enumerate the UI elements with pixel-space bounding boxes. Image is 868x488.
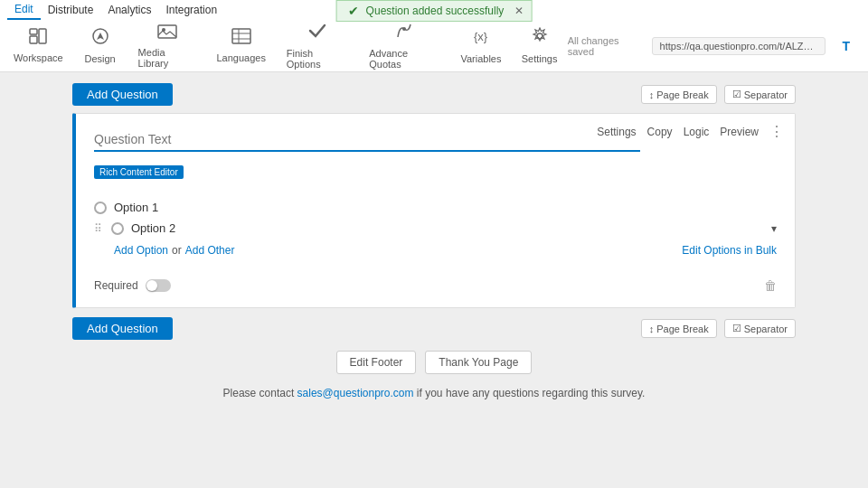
languages-icon [231,28,251,49]
toolbar-design[interactable]: Design [73,23,127,68]
toolbar-languages-label: Languages [216,52,265,63]
bottom-add-question-button[interactable]: Add Question [72,317,173,340]
separator-label: Separator [744,89,788,100]
advance-quotas-icon [395,22,413,44]
add-option-row: Add Option or Add Other Edit Options in … [94,239,777,258]
bottom-add-question-bar: Add Question ↕ Page Break ☑ Separator [72,317,796,340]
top-add-question-button[interactable]: Add Question [72,83,173,106]
toolbar-media-label: Media Library [138,47,196,69]
close-banner-button[interactable]: ✕ [514,5,524,17]
toggle-knob [146,280,157,291]
nav-distribute[interactable]: Distribute [41,0,101,20]
nav-edit[interactable]: Edit [7,0,41,20]
drag-handle-icon[interactable]: ⠿ [94,222,102,235]
top-page-break-button[interactable]: ↕ Page Break [641,85,717,104]
media-library-icon [157,23,177,43]
option-2-radio[interactable] [111,222,124,235]
nav-integration[interactable]: Integration [158,0,224,20]
rich-content-button[interactable]: Rich Content Editor [94,165,184,179]
card-actions: Settings Copy Logic Preview ⋮ [597,123,784,140]
option-row-1: Option 1 [94,197,777,218]
required-label: Required [94,279,138,292]
bottom-separator-button[interactable]: ☑ Separator [724,319,796,338]
add-option-link[interactable]: Add Option [114,244,168,257]
variables-icon: {x} [472,27,490,50]
footer-buttons: Edit Footer Thank You Page [72,351,796,374]
save-status: All changes saved [568,35,643,57]
workspace-icon [29,28,47,49]
question-card: Settings Copy Logic Preview ⋮ Rich Conte… [72,113,796,308]
bottom-separator-checkbox-icon: ☑ [732,323,741,334]
contact-suffix: if you have any questions regarding this… [414,387,646,399]
bottom-page-break-label: Page Break [656,324,708,334]
top-separator-button[interactable]: ☑ Separator [724,85,796,104]
edit-footer-button[interactable]: Edit Footer [336,351,417,374]
contact-text: Please contact [223,387,297,399]
check-icon: ✔ [348,4,359,18]
option-2-text[interactable]: Option 2 [131,221,764,235]
toolbar-right: All changes saved https://qa.questionpro… [568,35,864,57]
survey-url[interactable]: https://qa.questionpro.com/t/ALZdUPN [652,37,826,55]
main-content: Add Question ↕ Page Break ☑ Separator Se… [0,72,868,488]
page-break-label: Page Break [656,89,708,100]
settings-icon [531,27,549,50]
svg-rect-2 [39,29,46,43]
toolbar-workspace-label: Workspace [14,52,63,63]
svg-rect-6 [232,29,250,43]
edit-bulk-link[interactable]: Edit Options in Bulk [682,244,777,257]
success-banner: ✔ Question added successfully ✕ [336,0,533,22]
or-text: or [172,244,182,257]
design-icon [91,27,109,50]
toolbar-languages[interactable]: Languages [207,24,276,67]
thank-you-page-button[interactable]: Thank You Page [425,351,532,374]
finish-options-icon [308,22,326,44]
separator-checkbox-icon: ☑ [732,89,741,100]
nav-analytics[interactable]: Analytics [100,0,158,20]
toolbar-settings-label: Settings [522,53,558,64]
bottom-page-break-icon: ↕ [649,324,655,334]
bottom-separator-label: Separator [744,324,788,334]
toolbar-quotas-label: Advance Quotas [369,48,439,70]
toolbar-finish-options[interactable]: Finish Options [276,18,358,73]
svg-rect-0 [30,29,37,34]
required-toggle[interactable] [146,279,171,292]
top-bar-actions: ↕ Page Break ☑ Separator [641,85,796,104]
toolbar-settings[interactable]: Settings [512,23,568,68]
card-copy-button[interactable]: Copy [647,126,673,138]
svg-text:{x}: {x} [474,30,488,43]
svg-rect-4 [158,25,176,38]
toolbar: Workspace Design Media Library Languages… [0,20,868,72]
card-settings-button[interactable]: Settings [597,126,636,138]
option-1-radio[interactable] [94,202,107,214]
card-logic-button[interactable]: Logic [684,126,710,138]
top-add-question-bar: Add Question ↕ Page Break ☑ Separator [72,83,796,106]
toolbar-variables-label: Variables [460,53,501,64]
add-other-link[interactable]: Add Other [185,244,235,257]
user-initial[interactable]: T [835,39,857,53]
card-more-button[interactable]: ⋮ [769,123,784,140]
option-row-2: ⠿ Option 2 ▾ [94,218,777,239]
toolbar-advance-quotas[interactable]: Advance Quotas [358,18,450,73]
card-preview-button[interactable]: Preview [720,126,759,138]
bottom-page-break-button[interactable]: ↕ Page Break [641,319,717,338]
svg-point-10 [402,27,406,31]
contact-bar: Please contact sales@questionpro.com if … [72,387,796,407]
success-message: Question added successfully [366,5,505,17]
svg-rect-1 [30,36,37,43]
toolbar-workspace[interactable]: Workspace [4,24,73,67]
delete-question-button[interactable]: 🗑 [764,278,777,293]
toolbar-media-library[interactable]: Media Library [127,19,207,72]
page-break-icon: ↕ [649,89,655,100]
question-text-input[interactable] [94,132,640,152]
toolbar-design-label: Design [84,53,115,64]
contact-email-link[interactable]: sales@questionpro.com [297,387,414,399]
option-2-dropdown-icon[interactable]: ▾ [771,222,777,235]
option-1-text[interactable]: Option 1 [114,201,777,214]
required-row: Required 🗑 [94,271,777,293]
toolbar-variables[interactable]: {x} Variables [450,23,511,68]
bottom-bar-actions: ↕ Page Break ☑ Separator [641,319,796,338]
toolbar-finish-label: Finish Options [287,48,347,70]
